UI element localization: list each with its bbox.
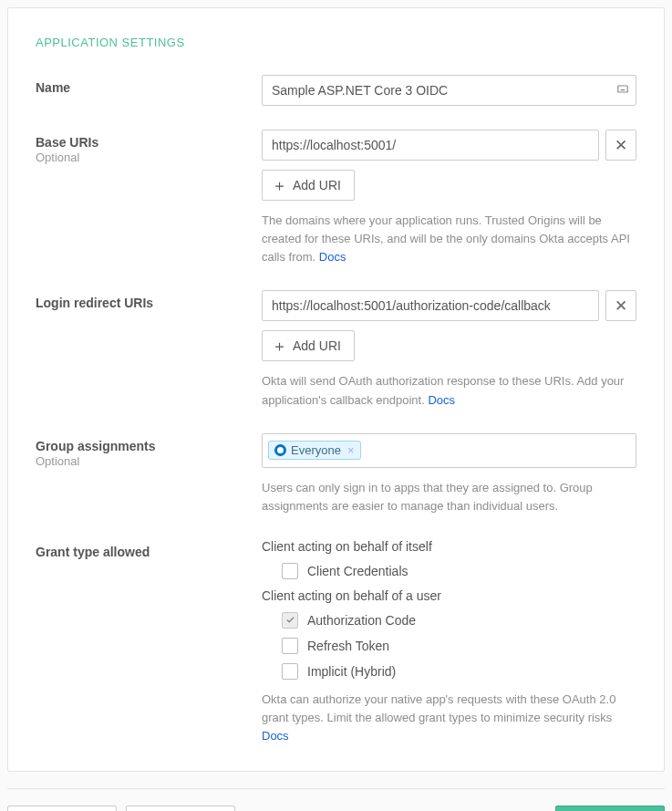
client-credentials-label: Client Credentials [307, 564, 408, 578]
keyboard-icon [616, 83, 629, 99]
grant-itself-header: Client acting on behalf of itself [262, 539, 636, 554]
refresh-token-checkbox[interactable] [282, 638, 298, 654]
login-redirect-label: Login redirect URIs [36, 296, 262, 310]
remove-group-tag-icon[interactable]: × [347, 443, 355, 457]
name-row: Name [36, 75, 636, 106]
authorization-code-checkbox[interactable] [282, 612, 298, 629]
base-uri-input[interactable] [262, 130, 599, 161]
grant-type-docs-link[interactable]: Docs [262, 729, 289, 743]
group-tag-everyone[interactable]: Everyone × [268, 441, 361, 460]
add-base-uri-button[interactable]: ＋ Add URI [262, 170, 355, 201]
close-icon: ✕ [615, 296, 627, 316]
footer: Previous Cancel Done [7, 788, 665, 811]
add-base-uri-label: Add URI [293, 178, 341, 192]
plus-icon: ＋ [272, 178, 287, 193]
login-redirect-input[interactable] [262, 290, 599, 321]
login-redirect-row: Login redirect URIs ✕ ＋ Add URI Okta wil… [36, 290, 636, 409]
name-label: Name [36, 80, 262, 95]
grant-type-label: Grant type allowed [36, 545, 262, 559]
implicit-label: Implicit (Hybrid) [307, 664, 396, 679]
remove-login-redirect-button[interactable]: ✕ [605, 290, 636, 321]
group-icon [274, 444, 286, 456]
group-assignments-optional: Optional [36, 454, 262, 468]
cancel-button[interactable]: Cancel [126, 806, 235, 811]
base-uris-help: The domains where your application runs.… [262, 212, 636, 266]
base-uris-row: Base URIs Optional ✕ ＋ Add URI The domai… [36, 130, 636, 266]
group-assignments-row: Group assignments Optional Everyone × Us… [36, 433, 636, 515]
grant-type-row: Grant type allowed Client acting on beha… [36, 539, 636, 745]
group-assignments-label: Group assignments [36, 439, 262, 453]
base-uris-optional: Optional [36, 151, 262, 164]
done-button[interactable]: Done [555, 806, 665, 811]
previous-button[interactable]: Previous [7, 806, 117, 811]
client-credentials-checkbox[interactable] [282, 563, 298, 579]
refresh-token-label: Refresh Token [307, 639, 389, 653]
group-assignments-help: Users can only sign in to apps that they… [262, 479, 636, 515]
settings-panel: APPLICATION SETTINGS Name Base URIs Op [7, 7, 665, 772]
section-title: APPLICATION SETTINGS [36, 36, 636, 49]
group-assignments-input[interactable]: Everyone × [262, 433, 636, 468]
add-login-redirect-button[interactable]: ＋ Add URI [262, 330, 355, 361]
base-uris-docs-link[interactable]: Docs [319, 250, 346, 264]
svg-rect-0 [618, 86, 628, 92]
authorization-code-label: Authorization Code [307, 613, 416, 628]
plus-icon: ＋ [272, 338, 287, 354]
grant-user-header: Client acting on behalf of a user [262, 588, 636, 603]
base-uris-label: Base URIs [36, 135, 262, 150]
group-tag-label: Everyone [291, 443, 341, 457]
checkmark-icon [285, 615, 295, 625]
login-redirect-docs-link[interactable]: Docs [428, 393, 455, 407]
close-icon: ✕ [615, 136, 627, 155]
name-input[interactable] [262, 75, 636, 106]
grant-type-help: Okta can authorize your native app's req… [262, 691, 636, 745]
add-login-redirect-label: Add URI [293, 338, 341, 353]
implicit-checkbox[interactable] [282, 663, 298, 680]
remove-base-uri-button[interactable]: ✕ [605, 130, 636, 161]
login-redirect-help: Okta will send OAuth authorization respo… [262, 372, 636, 409]
